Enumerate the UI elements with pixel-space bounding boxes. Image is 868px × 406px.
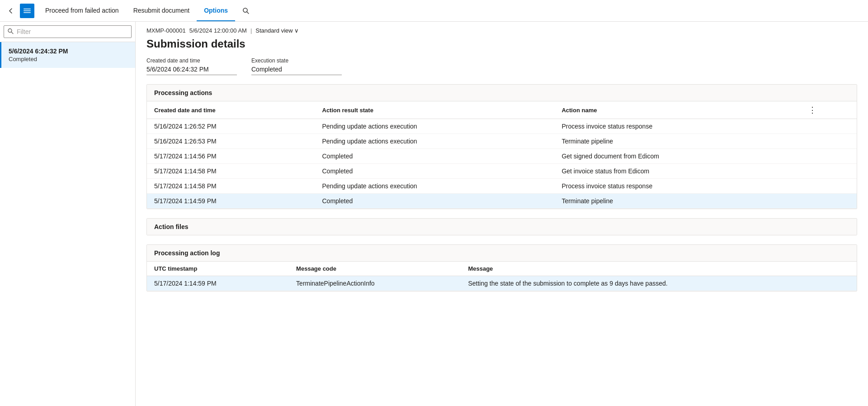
table-header-row: Created date and time Action result stat… bbox=[147, 101, 857, 119]
cell-actions bbox=[799, 194, 857, 209]
th-actions: ⋮ bbox=[799, 101, 857, 119]
tab-proceed[interactable]: Proceed from failed action bbox=[38, 0, 126, 21]
cell-action-result: Pending update actions execution bbox=[315, 134, 555, 149]
cell-action-result: Pending update actions execution bbox=[315, 179, 555, 194]
table-row[interactable]: 5/17/2024 1:14:58 PM Completed Get invoi… bbox=[147, 164, 857, 179]
filter-input[interactable] bbox=[4, 25, 132, 38]
form-fields: Created date and time 5/6/2024 06:24:32 … bbox=[136, 57, 868, 84]
action-files-section: Action files bbox=[146, 218, 857, 235]
svg-rect-1 bbox=[24, 10, 31, 11]
cell-created-date: 5/17/2024 1:14:59 PM bbox=[147, 194, 315, 209]
cell-created-date: 5/16/2024 1:26:53 PM bbox=[147, 134, 315, 149]
action-files-header[interactable]: Action files bbox=[147, 219, 857, 235]
menu-button[interactable] bbox=[20, 4, 34, 18]
breadcrumb-datetime: 5/6/2024 12:00:00 AM bbox=[189, 27, 247, 34]
cell-action-result: Pending update actions execution bbox=[315, 119, 555, 134]
cell-action-name: Process invoice status response bbox=[554, 179, 799, 194]
cell-actions bbox=[799, 179, 857, 194]
filter-area bbox=[0, 22, 135, 42]
table-row[interactable]: 5/17/2024 1:14:59 PM Completed Terminate… bbox=[147, 194, 857, 209]
processing-action-log-table: UTC timestamp Message code Message 5/17/… bbox=[147, 262, 857, 291]
cell-action-name: Get signed document from Edicom bbox=[554, 149, 799, 164]
th-created-date: Created date and time bbox=[147, 101, 315, 119]
search-button[interactable] bbox=[239, 4, 253, 18]
breadcrumb-separator: | bbox=[250, 27, 252, 34]
sidebar-item-status: Completed bbox=[9, 56, 128, 62]
execution-state-label: Execution state bbox=[251, 57, 342, 64]
chevron-down-icon: ∨ bbox=[294, 27, 299, 34]
cell-action-name: Process invoice status response bbox=[554, 119, 799, 134]
execution-state-field: Execution state Completed bbox=[251, 57, 342, 75]
cell-created-date: 5/17/2024 1:14:58 PM bbox=[147, 179, 315, 194]
th-action-name: Action name bbox=[554, 101, 799, 119]
cell-action-result: Completed bbox=[315, 149, 555, 164]
top-nav: Proceed from failed action Resubmit docu… bbox=[0, 0, 868, 22]
breadcrumb: MXMP-000001 5/6/2024 12:00:00 AM | Stand… bbox=[136, 22, 868, 36]
processing-actions-header: Processing actions bbox=[147, 85, 857, 101]
sidebar-item[interactable]: 5/6/2024 6:24:32 PM Completed bbox=[0, 42, 135, 68]
tab-options[interactable]: Options bbox=[197, 0, 235, 21]
created-date-label: Created date and time bbox=[146, 57, 237, 64]
standard-view-button[interactable]: Standard view ∨ bbox=[255, 27, 298, 34]
page-title: Submission details bbox=[136, 36, 868, 57]
sidebar: 5/6/2024 6:24:32 PM Completed bbox=[0, 22, 136, 406]
table-more-button[interactable]: ⋮ bbox=[807, 105, 818, 115]
cell-action-name: Terminate pipeline bbox=[554, 194, 799, 209]
processing-actions-section: Processing actions Created date and time… bbox=[146, 84, 857, 209]
cell-created-date: 5/17/2024 1:14:56 PM bbox=[147, 149, 315, 164]
th-utc-timestamp: UTC timestamp bbox=[147, 262, 289, 276]
created-date-value: 5/6/2024 06:24:32 PM bbox=[146, 66, 237, 75]
tab-resubmit[interactable]: Resubmit document bbox=[126, 0, 197, 21]
nav-tabs: Proceed from failed action Resubmit docu… bbox=[38, 0, 235, 21]
cell-message-code: TerminatePipelineActionInfo bbox=[289, 276, 461, 291]
log-header-row: UTC timestamp Message code Message bbox=[147, 262, 857, 276]
cell-actions bbox=[799, 119, 857, 134]
processing-actions-table: Created date and time Action result stat… bbox=[147, 101, 857, 209]
cell-action-result: Completed bbox=[315, 194, 555, 209]
cell-message: Setting the state of the submission to c… bbox=[461, 276, 857, 291]
execution-state-value: Completed bbox=[251, 66, 342, 75]
cell-utc-timestamp: 5/17/2024 1:14:59 PM bbox=[147, 276, 289, 291]
table-row[interactable]: 5/17/2024 1:14:56 PM Completed Get signe… bbox=[147, 149, 857, 164]
processing-action-log-section: Processing action log UTC timestamp Mess… bbox=[146, 244, 857, 291]
cell-created-date: 5/16/2024 1:26:52 PM bbox=[147, 119, 315, 134]
sidebar-item-date: 5/6/2024 6:24:32 PM bbox=[9, 48, 128, 55]
processing-action-log-header: Processing action log bbox=[147, 245, 857, 262]
th-message: Message bbox=[461, 262, 857, 276]
cell-action-name: Get invoice status from Edicom bbox=[554, 164, 799, 179]
svg-rect-0 bbox=[24, 9, 31, 10]
breadcrumb-id: MXMP-000001 bbox=[146, 27, 186, 34]
cell-action-result: Completed bbox=[315, 164, 555, 179]
cell-actions bbox=[799, 134, 857, 149]
th-action-result: Action result state bbox=[315, 101, 555, 119]
cell-actions bbox=[799, 164, 857, 179]
back-button[interactable] bbox=[4, 4, 18, 18]
table-row[interactable]: 5/16/2024 1:26:53 PM Pending update acti… bbox=[147, 134, 857, 149]
processing-actions-table-wrapper: Created date and time Action result stat… bbox=[147, 101, 857, 209]
cell-created-date: 5/17/2024 1:14:58 PM bbox=[147, 164, 315, 179]
svg-rect-2 bbox=[24, 12, 31, 13]
main-layout: 5/6/2024 6:24:32 PM Completed MXMP-00000… bbox=[0, 22, 868, 406]
table-row[interactable]: 5/16/2024 1:26:52 PM Pending update acti… bbox=[147, 119, 857, 134]
processing-action-log-table-wrapper: UTC timestamp Message code Message 5/17/… bbox=[147, 262, 857, 291]
table-row[interactable]: 5/17/2024 1:14:58 PM Pending update acti… bbox=[147, 179, 857, 194]
log-table-row[interactable]: 5/17/2024 1:14:59 PM TerminatePipelineAc… bbox=[147, 276, 857, 291]
cell-actions bbox=[799, 149, 857, 164]
content-area: MXMP-000001 5/6/2024 12:00:00 AM | Stand… bbox=[136, 22, 868, 406]
cell-action-name: Terminate pipeline bbox=[554, 134, 799, 149]
th-message-code: Message code bbox=[289, 262, 461, 276]
created-date-field: Created date and time 5/6/2024 06:24:32 … bbox=[146, 57, 237, 75]
